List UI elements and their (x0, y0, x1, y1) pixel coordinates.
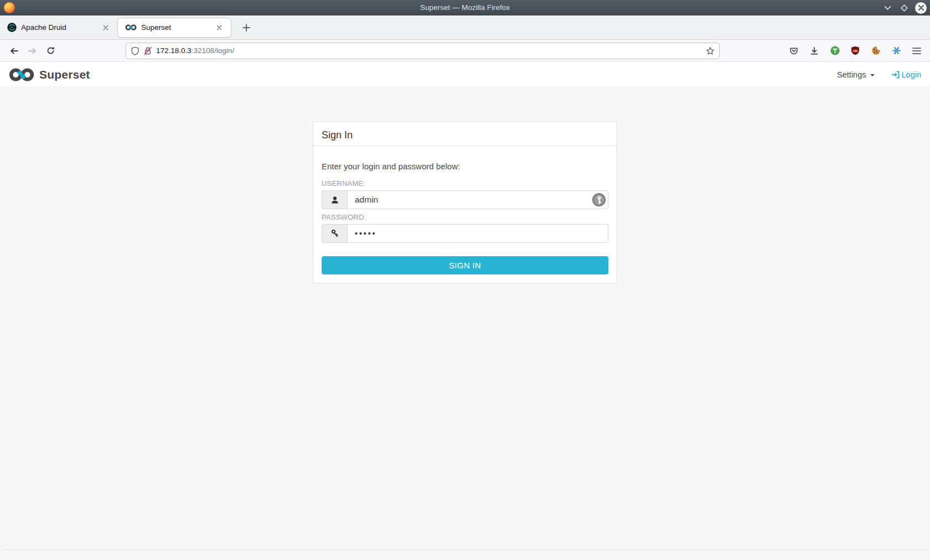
panel-body: Enter your login and password below: USE… (313, 146, 617, 283)
username-addon (322, 190, 347, 209)
forward-button[interactable] (24, 43, 40, 59)
reload-icon (46, 46, 55, 55)
ublock-shield-icon[interactable]: UD (848, 43, 863, 59)
username-label: USERNAME: (322, 179, 608, 188)
password-label: PASSWORD: (322, 213, 608, 221)
window-title: Superset — Mozilla Firefox (0, 0, 930, 15)
navbar-right: Settings Login (837, 70, 921, 79)
minimize-button[interactable] (882, 2, 893, 13)
settings-menu[interactable]: Settings (837, 70, 874, 79)
panel-header: Sign In (313, 122, 617, 146)
forward-arrow-icon (28, 46, 37, 55)
maximize-button[interactable] (898, 2, 910, 13)
password-input[interactable] (347, 224, 608, 243)
page-content: Sign In Enter your login and password be… (0, 87, 930, 560)
url-path: :32108/login/ (192, 46, 234, 55)
superset-infinity-icon (9, 67, 34, 82)
pocket-icon[interactable] (786, 43, 802, 59)
intro-text: Enter your login and password below: (322, 162, 608, 171)
tab-superset[interactable]: Superset (117, 18, 231, 38)
superset-favicon (125, 24, 137, 31)
url-host: 172.18.0.3 (156, 46, 192, 55)
chevron-down-icon (870, 74, 875, 76)
back-button[interactable] (6, 43, 22, 59)
cookie-icon[interactable] (868, 43, 884, 59)
sign-in-icon (891, 71, 900, 79)
close-icon (918, 5, 924, 11)
settings-label: Settings (837, 70, 866, 79)
green-extension-icon[interactable] (827, 43, 843, 59)
url-text[interactable]: 172.18.0.3:32108/login/ (156, 46, 702, 55)
menu-hamburger-icon[interactable] (909, 43, 924, 59)
key-icon (330, 229, 339, 238)
downloads-icon[interactable] (807, 43, 822, 59)
insecure-lock-icon[interactable] (143, 46, 152, 55)
sign-in-button[interactable]: SIGN IN (322, 256, 608, 274)
browser-window: Superset — Mozilla Firefox Apache Druid (0, 0, 930, 560)
brand-text: Superset (39, 68, 90, 81)
ublock-badge-text: UD (853, 49, 858, 53)
user-icon (331, 196, 339, 204)
superset-navbar: Superset Settings Login (0, 62, 930, 87)
window-controls (882, 0, 927, 15)
colorful-asterisk-icon[interactable] (888, 43, 904, 59)
login-link[interactable]: Login (891, 70, 921, 79)
close-button[interactable] (915, 2, 927, 14)
username-input[interactable] (347, 190, 608, 209)
password-input-group (322, 224, 608, 243)
tracking-protection-shield-icon[interactable] (131, 46, 140, 55)
footer-divider (4, 549, 926, 550)
chevron-down-icon (884, 6, 891, 11)
panel-title: Sign In (322, 129, 608, 141)
druid-favicon (7, 23, 17, 32)
window-titlebar: Superset — Mozilla Firefox (0, 0, 930, 15)
tab-bar: Apache Druid Superset (0, 15, 930, 40)
bookmark-star-icon[interactable] (706, 46, 715, 55)
toolbar-extensions-area: UD (786, 43, 924, 59)
username-input-group (322, 190, 608, 209)
plus-icon (242, 24, 250, 32)
superset-logo[interactable]: Superset (9, 67, 90, 82)
sign-in-panel: Sign In Enter your login and password be… (313, 121, 617, 283)
tab-apache-druid[interactable]: Apache Druid (0, 18, 117, 38)
tab-close-button[interactable] (100, 22, 112, 34)
close-icon (103, 25, 108, 30)
diamond-icon (900, 4, 908, 12)
new-tab-button[interactable] (238, 19, 255, 36)
password-manager-autofill-icon[interactable] (592, 193, 606, 206)
login-label: Login (902, 70, 921, 79)
tab-label: Apache Druid (21, 23, 95, 32)
tab-close-button[interactable] (213, 22, 225, 34)
url-bar[interactable]: 172.18.0.3:32108/login/ (126, 43, 720, 59)
browser-toolbar: 172.18.0.3:32108/login/ UD (0, 40, 930, 62)
close-icon (216, 25, 222, 30)
reload-button[interactable] (42, 43, 59, 59)
password-addon (322, 224, 347, 243)
page-footer (0, 549, 930, 560)
back-arrow-icon (9, 46, 19, 55)
tab-label: Superset (141, 23, 209, 32)
